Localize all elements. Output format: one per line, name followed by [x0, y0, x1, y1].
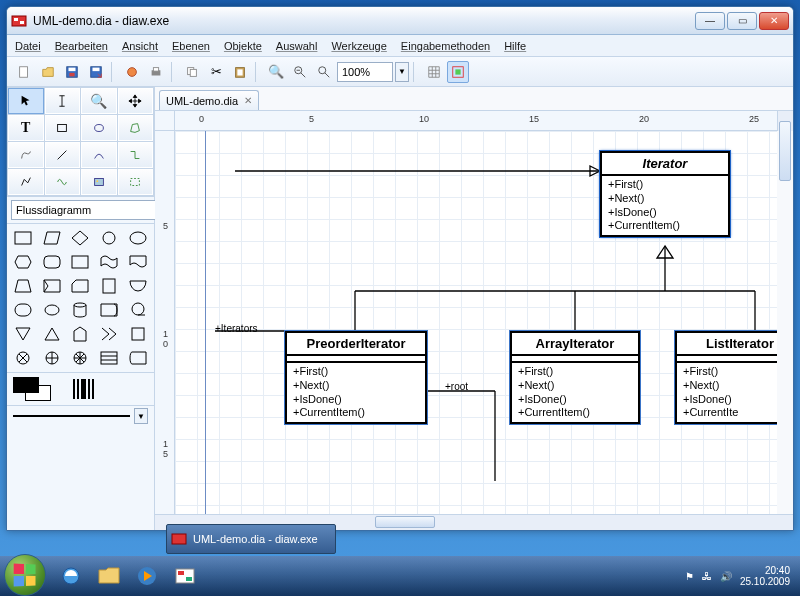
- new-button[interactable]: [13, 61, 35, 83]
- zoomout-button[interactable]: [289, 61, 311, 83]
- fg-bg-swatch[interactable]: [13, 377, 51, 401]
- close-button[interactable]: ✕: [759, 12, 789, 30]
- menu-bearbeiten[interactable]: Bearbeiten: [55, 40, 108, 52]
- shape-pentagon[interactable]: [38, 274, 67, 298]
- shape-drum[interactable]: [95, 298, 124, 322]
- shape-house[interactable]: [66, 322, 95, 346]
- shape-tri[interactable]: [9, 322, 38, 346]
- shape-rect3[interactable]: [95, 274, 124, 298]
- shape-xcircle[interactable]: [9, 346, 38, 370]
- shape-trap[interactable]: [9, 274, 38, 298]
- menu-hilfe[interactable]: Hilfe: [504, 40, 526, 52]
- start-button[interactable]: [4, 554, 46, 596]
- tool-bezier[interactable]: [8, 142, 44, 168]
- line-pattern-swatch[interactable]: [63, 377, 103, 401]
- shape-decision[interactable]: [66, 226, 95, 250]
- uml-class-preorder[interactable]: PreorderIterator +First() +Next() +IsDon…: [285, 331, 427, 424]
- tab-uml-demo[interactable]: UML-demo.dia ✕: [159, 90, 259, 110]
- cut-button[interactable]: ✂: [205, 61, 227, 83]
- zoomfit-button[interactable]: [313, 61, 335, 83]
- shape-lens[interactable]: [38, 298, 67, 322]
- label-root[interactable]: +root: [445, 381, 468, 393]
- zoom-dropdown[interactable]: ▼: [395, 62, 409, 82]
- shape-db2[interactable]: [123, 346, 152, 370]
- diagram-canvas[interactable]: +Iterators +root Iterator +First() +Next…: [175, 131, 777, 514]
- zoom-input[interactable]: 100%: [337, 62, 393, 82]
- shape-category-input[interactable]: [11, 200, 159, 220]
- shape-doc[interactable]: [123, 250, 152, 274]
- taskbar-dia-icon[interactable]: [167, 561, 203, 591]
- tool-arc[interactable]: [81, 142, 117, 168]
- open-button[interactable]: [37, 61, 59, 83]
- tray-clock[interactable]: 20:40 25.10.2009: [740, 565, 790, 587]
- tab-close-icon[interactable]: ✕: [244, 95, 252, 106]
- line-style-selector[interactable]: ▼: [7, 405, 154, 426]
- shape-parallelogram[interactable]: [38, 226, 67, 250]
- menu-auswahl[interactable]: Auswahl: [276, 40, 318, 52]
- save-button[interactable]: [61, 61, 83, 83]
- tool-text[interactable]: T: [8, 115, 44, 141]
- maximize-button[interactable]: ▭: [727, 12, 757, 30]
- shape-ellipse2[interactable]: [123, 226, 152, 250]
- shape-tape[interactable]: [123, 298, 152, 322]
- menu-objekte[interactable]: Objekte: [224, 40, 262, 52]
- shape-chevr[interactable]: [95, 322, 124, 346]
- menu-datei[interactable]: Datei: [15, 40, 41, 52]
- tool-box[interactable]: [45, 115, 81, 141]
- shape-stadium[interactable]: [9, 298, 38, 322]
- menu-ebenen[interactable]: Ebenen: [172, 40, 210, 52]
- shape-wave[interactable]: [95, 250, 124, 274]
- shape-list[interactable]: [95, 346, 124, 370]
- taskbar-ie-icon[interactable]: [53, 561, 89, 591]
- tool-beziergon[interactable]: [45, 169, 81, 195]
- snap-object-button[interactable]: [447, 61, 469, 83]
- shape-pluscircle[interactable]: [38, 346, 67, 370]
- shape-card[interactable]: [66, 274, 95, 298]
- taskbar-media-icon[interactable]: [129, 561, 165, 591]
- tray-flag-icon[interactable]: ⚑: [685, 571, 694, 582]
- uml-class-array[interactable]: ArrayIterator +First() +Next() +IsDone()…: [510, 331, 640, 424]
- tool-polyline[interactable]: [8, 169, 44, 195]
- print-button[interactable]: [145, 61, 167, 83]
- copy-button[interactable]: [181, 61, 203, 83]
- tool-image[interactable]: [81, 169, 117, 195]
- titlebar[interactable]: UML-demo.dia - diaw.exe — ▭ ✕: [7, 7, 793, 35]
- tool-outline[interactable]: [118, 169, 154, 195]
- tool-polygon[interactable]: [118, 115, 154, 141]
- snap-grid-button[interactable]: [423, 61, 445, 83]
- shape-hexagon[interactable]: [9, 250, 38, 274]
- tool-zoom[interactable]: 🔍: [81, 88, 117, 114]
- shape-roundrect[interactable]: [38, 250, 67, 274]
- shape-starcircle[interactable]: [66, 346, 95, 370]
- taskbar-app-dia[interactable]: UML-demo.dia - diaw.exe: [166, 524, 336, 554]
- zoomin-button[interactable]: 🔍: [265, 61, 287, 83]
- vertical-ruler[interactable]: 5 1 0 1 5: [155, 131, 175, 514]
- paste-button[interactable]: [229, 61, 251, 83]
- shape-halfcircle[interactable]: [123, 274, 152, 298]
- tool-line[interactable]: [45, 142, 81, 168]
- export-button[interactable]: [121, 61, 143, 83]
- taskbar-explorer-icon[interactable]: [91, 561, 127, 591]
- label-iterators[interactable]: +Iterators: [215, 323, 258, 335]
- shape-process[interactable]: [9, 226, 38, 250]
- shape-cyl[interactable]: [66, 298, 95, 322]
- tool-zigzag[interactable]: [118, 142, 154, 168]
- uml-class-iterator[interactable]: Iterator +First() +Next() +IsDone() +Cur…: [600, 151, 730, 237]
- tool-pointer[interactable]: [8, 88, 44, 114]
- shape-square[interactable]: [123, 322, 152, 346]
- vertical-scrollbar[interactable]: [777, 111, 793, 131]
- shape-rect2[interactable]: [66, 250, 95, 274]
- shape-tri2[interactable]: [38, 322, 67, 346]
- tool-ellipse[interactable]: [81, 115, 117, 141]
- tray-volume-icon[interactable]: 🔊: [720, 571, 732, 582]
- horizontal-ruler[interactable]: 0 5 10 15 20 25: [175, 111, 777, 131]
- tool-text-cursor[interactable]: [45, 88, 81, 114]
- uml-class-list[interactable]: ListIterator +First() +Next() +IsDone() …: [675, 331, 777, 424]
- menu-werkzeuge[interactable]: Werkzeuge: [331, 40, 386, 52]
- shape-connector[interactable]: [95, 226, 124, 250]
- menu-eingabemethoden[interactable]: Eingabemethoden: [401, 40, 490, 52]
- minimize-button[interactable]: —: [695, 12, 725, 30]
- tool-move[interactable]: [118, 88, 154, 114]
- tray-network-icon[interactable]: 🖧: [702, 571, 712, 582]
- saveas-button[interactable]: [85, 61, 107, 83]
